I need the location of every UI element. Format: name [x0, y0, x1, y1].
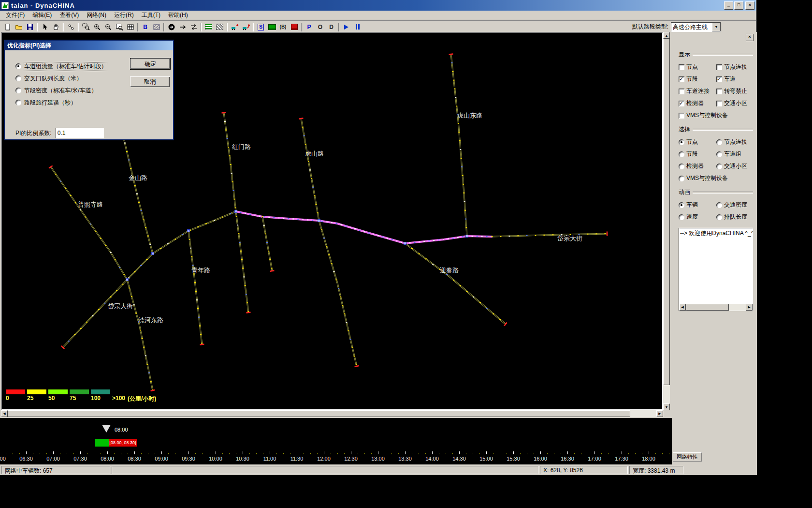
hscroll-track[interactable] — [8, 410, 656, 417]
map-horizontal-scrollbar[interactable]: ◀ ▶ — [1, 410, 663, 417]
scroll-down-icon[interactable]: ▼ — [663, 403, 670, 410]
message-scrollbar[interactable]: ◀ ▶ — [679, 304, 753, 311]
lane-stripes-button[interactable] — [203, 22, 214, 32]
chevron-down-icon[interactable]: ▼ — [712, 23, 721, 31]
msg-scroll-track[interactable] — [686, 304, 746, 311]
run-button[interactable] — [341, 22, 352, 32]
two-way-link-button[interactable] — [188, 22, 199, 32]
minimize-button[interactable]: _ — [724, 1, 733, 10]
zoom-out-button[interactable] — [102, 22, 114, 32]
scroll-right-icon[interactable]: ▶ — [746, 304, 753, 311]
mesh-button[interactable] — [151, 22, 162, 32]
node-tool-button[interactable] — [65, 22, 76, 32]
ok-button[interactable]: 确定 — [130, 58, 171, 70]
minor-tick — [385, 453, 385, 454]
zoom-extents-button[interactable] — [114, 22, 125, 32]
map-vertical-scrollbar[interactable]: ▲ ▼ — [663, 32, 670, 410]
msg-scroll-thumb[interactable] — [686, 304, 729, 311]
display-section-header: 显示 — [679, 50, 753, 59]
select-group-item-0[interactable]: 节点 — [679, 138, 716, 146]
display-group-item-3[interactable]: 车道 — [716, 75, 753, 83]
menu-item-0[interactable]: 文件(F) — [2, 10, 29, 20]
select-group-item-2[interactable]: 节段 — [679, 150, 716, 158]
tab-network-properties[interactable]: 网络特性 — [673, 452, 702, 462]
open-file-button[interactable] — [13, 22, 24, 32]
pan-hand-button[interactable] — [50, 22, 61, 32]
item-label: 节点连接 — [724, 63, 747, 71]
animation-group-item-3[interactable]: 排队长度 — [716, 213, 753, 221]
vscroll-track[interactable] — [663, 39, 670, 403]
time-marker-handle[interactable] — [102, 425, 111, 433]
select-cursor-button[interactable] — [39, 22, 50, 32]
menu-item-2[interactable]: 查看(V) — [56, 10, 83, 20]
cancel-button[interactable]: 取消 — [130, 76, 170, 87]
display-group-item-7[interactable]: 交通小区 — [716, 99, 753, 107]
menu-item-6[interactable]: 帮助(H) — [164, 10, 192, 20]
animation-group-item-0[interactable]: 车辆 — [679, 201, 716, 209]
checkbox-icon — [679, 89, 684, 94]
scroll-left-icon[interactable]: ◀ — [679, 304, 686, 311]
display-group-item-6[interactable]: 检测器 — [679, 99, 716, 107]
link-direction-button[interactable] — [177, 22, 188, 32]
ratio-input[interactable] — [56, 128, 104, 138]
vehicle-od-button[interactable] — [229, 22, 240, 32]
o-button[interactable]: O — [315, 22, 326, 32]
dialog-title: 优化指标(PI)选择 — [7, 42, 51, 50]
p-button[interactable]: P — [304, 22, 315, 32]
zoom-in-button[interactable] — [91, 22, 102, 32]
vms-button[interactable] — [266, 22, 277, 32]
display-group-item-4[interactable]: 车道连接 — [679, 87, 716, 95]
select-group-item-6[interactable]: VMS与控制设备 — [679, 174, 716, 182]
minor-tick — [547, 453, 548, 454]
radio-icon — [679, 139, 684, 145]
select-group-item-4[interactable]: 检测器 — [679, 162, 716, 170]
pause-button[interactable] — [352, 22, 363, 32]
new-file-button[interactable] — [2, 22, 13, 32]
legend-swatch — [6, 389, 25, 394]
minor-tick — [141, 453, 142, 454]
vehicle-path-button[interactable] — [240, 22, 251, 32]
maximize-button[interactable]: □ — [734, 1, 743, 10]
display-group-item-2[interactable]: 节段 — [679, 75, 716, 83]
dialog-option-0[interactable]: 车道组流量（标准车/估计时段） — [15, 63, 107, 70]
menu-item-5[interactable]: 工具(T) — [138, 10, 164, 20]
dialog-option-1[interactable]: 交叉口队列长度（米） — [15, 75, 107, 82]
menu-item-4[interactable]: 运行(R) — [110, 10, 138, 20]
b-paren-button[interactable]: (B) — [277, 22, 289, 32]
zoom-window-button[interactable] — [80, 22, 91, 32]
close-button[interactable]: × — [745, 1, 754, 10]
save-button[interactable] — [24, 22, 35, 32]
scroll-left-icon[interactable]: ◀ — [1, 410, 8, 417]
lane-hatch-button[interactable] — [214, 22, 225, 32]
letter-b-icon: B — [143, 24, 147, 30]
default-link-type-combo[interactable]: 高速公路主线 ▼ — [671, 22, 721, 32]
display-group-item-8[interactable]: VMS与控制设备 — [679, 111, 716, 120]
signal-circle-button[interactable] — [166, 22, 177, 32]
display-group-item-0[interactable]: 节点 — [679, 63, 716, 71]
panel-close-icon[interactable]: × — [746, 34, 754, 41]
select-group-item-1[interactable]: 节点连接 — [716, 138, 753, 146]
select-group-item-5[interactable]: 交通小区 — [716, 162, 753, 170]
d-button[interactable]: D — [326, 22, 337, 32]
item-label: 检测器 — [686, 162, 704, 170]
time-tick — [243, 451, 243, 454]
incident-button[interactable] — [289, 22, 300, 32]
signal-s-button[interactable]: S — [255, 22, 266, 32]
display-group-item-1[interactable]: 节点连接 — [716, 63, 753, 71]
menu-item-1[interactable]: 编辑(E) — [29, 10, 56, 20]
vscroll-thumb[interactable] — [663, 39, 670, 385]
scroll-up-icon[interactable]: ▲ — [663, 32, 670, 39]
boundary-b-button[interactable]: B — [140, 22, 151, 32]
dialog-option-2[interactable]: 节段密度（标准车/米/车道） — [15, 87, 107, 94]
grid-view-button[interactable] — [125, 22, 136, 32]
minor-tick — [493, 453, 493, 454]
legend-swatches — [6, 389, 112, 394]
animation-group-item-1[interactable]: 交通密度 — [716, 201, 753, 209]
menu-item-3[interactable]: 网络(N) — [83, 10, 110, 20]
dialog-option-3[interactable]: 路段旅行延误（秒） — [15, 99, 107, 106]
select-group-item-3[interactable]: 车道组 — [716, 150, 753, 158]
display-group-item-5[interactable]: 转弯禁止 — [716, 87, 753, 95]
animation-group-item-2[interactable]: 速度 — [679, 213, 716, 221]
scroll-right-icon[interactable]: ▶ — [656, 410, 663, 417]
hscroll-thumb[interactable] — [8, 410, 630, 417]
